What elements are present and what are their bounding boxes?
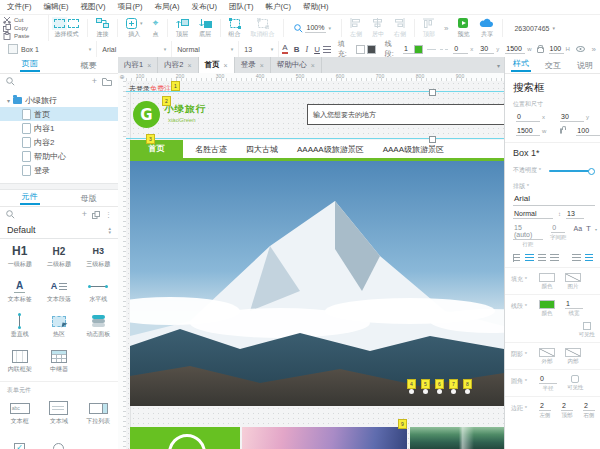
line-color-picker[interactable]: 颜色 [539, 300, 555, 317]
tab-notes[interactable]: 说明 [569, 57, 600, 73]
radius-visibility-checkbox-icon[interactable] [571, 375, 579, 383]
widget-repeater[interactable]: 中继器 [39, 344, 78, 379]
account-menu[interactable]: 263007465 [506, 15, 563, 41]
x-input[interactable]: 0 [516, 113, 540, 122]
text-case-icon[interactable]: Aa [574, 225, 583, 232]
bold-button[interactable]: B [294, 45, 300, 54]
height-input[interactable]: 100 [549, 45, 564, 54]
radius-field[interactable]: 0半径 [539, 375, 557, 392]
widget-text-field[interactable]: abc文本框 [0, 396, 39, 431]
padding-right-value[interactable]: 2 [583, 402, 595, 411]
line-style-solid-icon[interactable] [427, 49, 436, 50]
align-right-tool[interactable]: 右侧 [389, 15, 411, 41]
send-to-back-tool[interactable]: 底层 [194, 15, 217, 41]
align-vertical-middle-icon[interactable] [585, 254, 593, 262]
note-marker-register[interactable]: 1 [171, 81, 180, 91]
tree-page-home[interactable]: 首页 [0, 107, 118, 121]
sunset-image[interactable] [242, 427, 407, 449]
select-intersect-icon[interactable] [54, 19, 65, 28]
library-select[interactable]: Default [0, 222, 118, 239]
visibility-checkbox-icon[interactable] [583, 322, 591, 330]
carousel-dot[interactable] [451, 389, 456, 394]
cut-button[interactable]: Cut [3, 16, 45, 24]
site-logo[interactable]: G [133, 101, 160, 128]
align-text-right-icon[interactable] [538, 254, 546, 262]
font-weight-value[interactable]: Normal [513, 210, 553, 219]
line-style-dash-icon[interactable] [440, 49, 449, 50]
add-page-icon[interactable] [92, 77, 97, 86]
widget-h2[interactable]: H2二级标题 [39, 239, 78, 274]
share-button[interactable]: 共享 [474, 15, 499, 41]
doc-tab-content1[interactable]: 内容1 [118, 57, 158, 73]
select-contain-icon[interactable] [68, 19, 79, 28]
tree-page-content1[interactable]: 内容1 [0, 121, 118, 135]
selection-handle[interactable] [429, 136, 436, 143]
insert-tool[interactable]: 插入 [121, 15, 148, 41]
inner-shadow-picker[interactable]: 内部 [565, 348, 581, 365]
tree-page-help[interactable]: 帮助中心 [0, 149, 118, 163]
fill-color-swatch[interactable] [356, 45, 365, 54]
bring-to-front-tool[interactable]: 顶层 [171, 15, 194, 41]
menu-account[interactable]: 帐户(C) [266, 2, 291, 12]
close-icon[interactable] [311, 62, 315, 69]
menu-project[interactable]: 项目(P) [118, 2, 143, 12]
padding-top-value[interactable]: 2 [561, 402, 573, 411]
radius-visibility-toggle[interactable]: 可见性 [567, 375, 584, 392]
formatbar-more-icon[interactable] [588, 45, 600, 54]
menu-help[interactable]: 帮助(H) [303, 2, 328, 12]
widget-style-select[interactable]: Box 1 [3, 41, 97, 57]
login-link[interactable]: 去登录 [129, 84, 150, 94]
widget-dynamic-panel[interactable]: 动态面板 [79, 309, 118, 344]
tab-pages[interactable]: 页面 [0, 57, 59, 73]
style-name-select[interactable]: Box 1* [505, 142, 600, 163]
nav-aaaaa-areas[interactable]: AAAAA级旅游景区 [297, 144, 364, 155]
design-canvas[interactable]: 去登录 免费注册 1 G 2 小绿旅行 xiaoGreen 输入您想要去的地方 … [126, 81, 504, 449]
close-icon[interactable] [224, 62, 228, 69]
width-input[interactable]: 1500 [505, 45, 525, 54]
note-marker-image[interactable]: 9 [398, 419, 407, 429]
menu-view[interactable]: 视图(V) [81, 2, 106, 12]
line-visibility-toggle[interactable]: 可见性 [579, 322, 596, 338]
line-width-input[interactable]: 1 [403, 45, 414, 54]
menu-team[interactable]: 团队(T) [229, 2, 254, 12]
insert-caret-icon[interactable] [140, 20, 143, 26]
close-icon[interactable] [187, 62, 191, 69]
padding-right-field[interactable]: 2右侧 [583, 402, 595, 419]
doc-tab-help[interactable]: 帮助中心 [271, 57, 322, 73]
widget-vertical-line[interactable]: 垂直线 [0, 309, 39, 344]
nav-home[interactable]: 首页 [130, 140, 183, 158]
text-color-button[interactable]: A [282, 44, 287, 54]
carousel-dot[interactable] [465, 389, 470, 394]
note-marker-dot1[interactable]: 4 [407, 379, 416, 389]
padding-left-value[interactable]: 2 [539, 402, 551, 411]
destination-search-input[interactable]: 输入您想要去的地方 [307, 104, 504, 125]
outer-shadow-picker[interactable]: 外部 [539, 348, 555, 365]
opacity-slider[interactable] [549, 170, 593, 172]
weight-spinner-icon[interactable] [558, 211, 561, 217]
nature-image[interactable] [410, 427, 504, 449]
widget-h1[interactable]: H1一级标题 [0, 239, 39, 274]
menu-publish[interactable]: 发布(U) [192, 2, 217, 12]
widget-text-label[interactable]: A文本标签 [0, 274, 39, 309]
line-color-swatch[interactable] [414, 45, 423, 54]
align-left-tool[interactable]: 左侧 [345, 15, 367, 41]
tab-interaction[interactable]: 交互 [537, 57, 569, 73]
widget-hot-area[interactable]: 热区 [39, 309, 78, 344]
note-marker-dot2[interactable]: 5 [421, 379, 430, 389]
padding-left-field[interactable]: 2左侧 [539, 402, 551, 419]
y-input[interactable]: 30 [479, 45, 494, 54]
close-icon[interactable] [260, 62, 264, 69]
search-icon[interactable] [6, 210, 15, 219]
tree-page-login[interactable]: 登录 [0, 163, 118, 177]
padding-top-field[interactable]: 2顶部 [561, 402, 573, 419]
x-input[interactable]: 0 [453, 45, 468, 54]
note-marker-dot3[interactable]: 6 [435, 379, 444, 389]
underline-button[interactable]: U [314, 45, 320, 54]
select-mode-tool[interactable]: 选择模式 [49, 15, 84, 41]
carousel-dot[interactable] [409, 389, 414, 394]
menu-edit[interactable]: 编辑(E) [44, 2, 69, 12]
toolbar-more-icon[interactable] [440, 24, 452, 33]
widget-checkbox[interactable] [0, 431, 39, 449]
font-family-select[interactable]: Arial [97, 41, 172, 57]
tree-project[interactable]: 小绿旅行 [0, 93, 118, 107]
